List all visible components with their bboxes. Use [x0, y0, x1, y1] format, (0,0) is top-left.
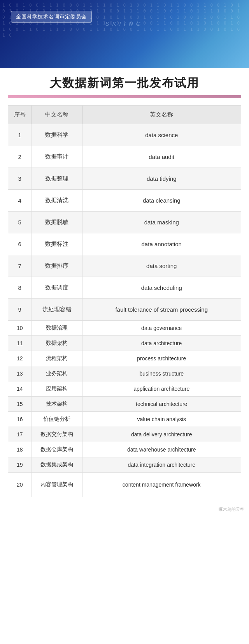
cell-num: 12	[8, 351, 32, 366]
cell-cn: 数据标注	[32, 233, 82, 255]
cell-num: 20	[8, 473, 32, 497]
table-row: 10数据治理data governance	[8, 321, 241, 336]
col-header-num: 序号	[8, 106, 32, 124]
table-row: 1数据科学data science	[8, 124, 241, 146]
cell-num: 1	[8, 124, 32, 146]
cell-num: 4	[8, 190, 32, 212]
table-row: 20内容管理架构content management framework	[8, 473, 241, 497]
cell-num: 14	[8, 381, 32, 397]
header-logo-text: SKIING	[105, 20, 144, 27]
cell-cn: 数据科学	[32, 124, 82, 146]
cell-cn: 流程架构	[32, 351, 82, 366]
table-row: 3数据整理data tidying	[8, 168, 241, 190]
cell-cn: 数据脱敏	[32, 212, 82, 233]
cell-cn: 数据架构	[32, 336, 82, 351]
cell-en: value chain analysis	[82, 412, 241, 427]
cell-en: fault tolerance of stream processing	[82, 299, 241, 321]
cell-cn: 数据交付架构	[32, 427, 82, 442]
cell-cn: 数据整理	[32, 168, 82, 190]
cell-cn: 数据治理	[32, 321, 82, 336]
cell-cn: 流处理容错	[32, 299, 82, 321]
cell-num: 11	[8, 336, 32, 351]
cell-en: business structure	[82, 366, 241, 381]
table-row: 9流处理容错fault tolerance of stream processi…	[8, 299, 241, 321]
table-row: 12流程架构process architecture	[8, 351, 241, 366]
cell-cn: 数据审计	[32, 146, 82, 168]
page-title: 大数据新词第一批发布试用	[8, 75, 241, 91]
cell-num: 9	[8, 299, 32, 321]
col-header-en: 英文名称	[82, 106, 241, 124]
table-row: 5数据脱敏data masking	[8, 212, 241, 233]
table-row: 6数据标注data annotation	[8, 233, 241, 255]
title-section: 大数据新词第一批发布试用	[0, 68, 249, 91]
table-row: 7数据排序data sorting	[8, 255, 241, 277]
cell-num: 13	[8, 366, 32, 381]
cell-num: 8	[8, 277, 32, 299]
cell-en: data warehouse architecture	[82, 442, 241, 457]
cell-cn: 数据仓库架构	[32, 442, 82, 457]
cell-num: 16	[8, 412, 32, 427]
cell-num: 19	[8, 457, 32, 473]
cell-cn: 数据排序	[32, 255, 82, 277]
cell-en: process architecture	[82, 351, 241, 366]
cell-cn: 价值链分析	[32, 412, 82, 427]
cell-en: data governance	[82, 321, 241, 336]
cell-num: 6	[8, 233, 32, 255]
cell-en: data annotation	[82, 233, 241, 255]
table-row: 2数据审计data audit	[8, 146, 241, 168]
cell-cn: 数据清洗	[32, 190, 82, 212]
table-row: 14应用架构application architecture	[8, 381, 241, 397]
cell-num: 7	[8, 255, 32, 277]
cell-num: 18	[8, 442, 32, 457]
table-row: 4数据清洗data cleansing	[8, 190, 241, 212]
cell-en: data tidying	[82, 168, 241, 190]
cell-num: 15	[8, 397, 32, 412]
cell-en: data science	[82, 124, 241, 146]
binary-overlay: 1 0 0 1 0 0 1 1 1 0 0 0 1 1 1 1 0 1 0 1 …	[0, 0, 249, 68]
col-header-cn: 中文名称	[32, 106, 82, 124]
table-row: 8数据调度data scheduling	[8, 277, 241, 299]
cell-cn: 业务架构	[32, 366, 82, 381]
cell-en: data scheduling	[82, 277, 241, 299]
cell-en: data masking	[82, 212, 241, 233]
table-header-row: 序号 中文名称 英文名称	[8, 106, 241, 124]
cell-en: technical architecture	[82, 397, 241, 412]
header-badge: 全国科学技术名词审定委员会	[11, 11, 92, 23]
cell-en: data cleansing	[82, 190, 241, 212]
cell-num: 2	[8, 146, 32, 168]
table-row: 13业务架构business structure	[8, 366, 241, 381]
data-table: 序号 中文名称 英文名称 1数据科学data science2数据审计data …	[8, 105, 241, 497]
table-row: 11数据架构data architecture	[8, 336, 241, 351]
title-underline	[8, 95, 241, 98]
header-banner: 1 0 0 1 0 0 1 1 1 0 0 0 1 1 1 1 0 1 0 1 …	[0, 0, 249, 68]
cell-cn: 应用架构	[32, 381, 82, 397]
table-row: 15技术架构technical architecture	[8, 397, 241, 412]
cell-num: 17	[8, 427, 32, 442]
cell-en: data integration architecture	[82, 457, 241, 473]
table-row: 18数据仓库架构data warehouse architecture	[8, 442, 241, 457]
table-row: 19数据集成架构data integration architecture	[8, 457, 241, 473]
cell-en: data architecture	[82, 336, 241, 351]
cell-cn: 技术架构	[32, 397, 82, 412]
cell-num: 10	[8, 321, 32, 336]
cell-en: data audit	[82, 146, 241, 168]
footer-watermark: 啄木鸟的天空	[0, 505, 249, 516]
cell-cn: 内容管理架构	[32, 473, 82, 497]
cell-cn: 数据调度	[32, 277, 82, 299]
table-row: 16价值链分析value chain analysis	[8, 412, 241, 427]
cell-en: data sorting	[82, 255, 241, 277]
cell-en: application architecture	[82, 381, 241, 397]
cell-num: 5	[8, 212, 32, 233]
cell-num: 3	[8, 168, 32, 190]
table-row: 17数据交付架构data delivery architecture	[8, 427, 241, 442]
cell-en: content management framework	[82, 473, 241, 497]
cell-cn: 数据集成架构	[32, 457, 82, 473]
cell-en: data delivery architecture	[82, 427, 241, 442]
